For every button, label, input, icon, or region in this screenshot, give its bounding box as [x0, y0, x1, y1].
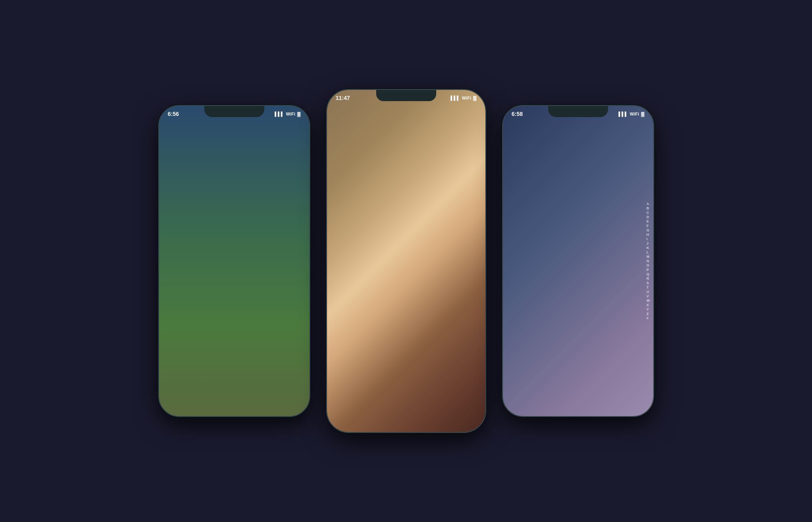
- status-icons-1: ▌▌▌ WiFi ▓: [275, 112, 301, 116]
- status-bar-2: 11:47 ▌▌▌ WiFi ▓: [327, 90, 485, 103]
- battery-icon-1: ▓: [297, 112, 300, 116]
- signal-icon-3: ▌▌▌: [618, 112, 628, 116]
- status-icons-3: ▌▌▌ WiFi ▓: [618, 112, 644, 116]
- time-2: 11:47: [336, 95, 350, 101]
- signal-icon-1: ▌▌▌: [275, 112, 284, 116]
- status-bar-1: 6:56 ▌▌▌ WiFi ▓: [159, 106, 309, 119]
- time-3: 6:58: [512, 111, 523, 117]
- wifi-icon-2: WiFi: [462, 96, 471, 100]
- wifi-icon-1: WiFi: [286, 112, 295, 116]
- phone-1: 6:56 ▌▌▌ WiFi ▓ 🔍 App资源库 星期二 23: [158, 105, 310, 417]
- phone-3: 6:58 ▌▌▌ WiFi ▓ 🔍 App资源库 取消 A B C D E F …: [502, 105, 654, 417]
- signal-icon-2: ▌▌▌: [451, 96, 460, 100]
- battery-icon-3: ▓: [641, 112, 644, 116]
- status-icons-2: ▌▌▌ WiFi ▓: [451, 96, 477, 100]
- alphabet-index: A B C D E F G H I J K L M N O P Q R S T …: [646, 202, 650, 320]
- battery-icon-2: ▓: [473, 96, 476, 100]
- status-bar-3: 6:58 ▌▌▌ WiFi ▓: [503, 106, 653, 119]
- phone-2: 11:47 ▌▌▌ WiFi ▓ 创意 废片 🧩 速拼: [326, 89, 486, 433]
- wifi-icon-3: WiFi: [630, 112, 639, 116]
- time-1: 6:56: [168, 111, 179, 117]
